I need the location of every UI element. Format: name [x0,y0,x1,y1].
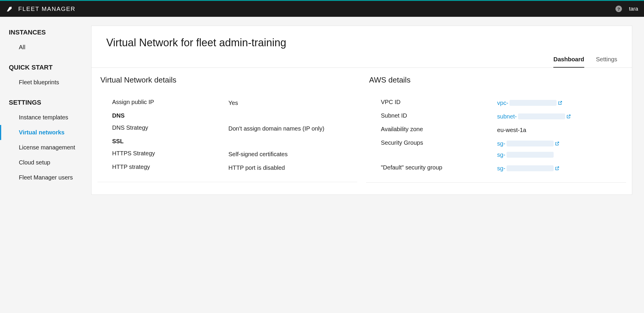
subnet-id-prefix: subnet- [497,112,517,121]
value-http-strategy: HTTP port is disabled [228,164,354,172]
sidebar-item-all[interactable]: All [0,40,91,55]
sg1-prefix: sg- [497,139,505,148]
panel-aws-details: AWS details VPC ID vpc- [366,75,626,183]
tab-settings[interactable]: Settings [596,56,617,67]
label-subnet-id: Subnet ID [381,112,497,119]
label-dns-strategy: DNS Strategy [112,124,228,131]
page-title: Virtual Network for fleet admin-training [106,37,617,49]
sidebar-item-fleet-manager-users[interactable]: Fleet Manager users [0,170,91,185]
external-link-icon [566,114,571,119]
sg2-prefix: sg- [497,151,505,159]
sidebar-item-cloud-setup[interactable]: Cloud setup [0,155,91,170]
sidebar: INSTANCES All QUICK START Fleet blueprin… [0,17,91,312]
topbar-left: FLEET MANAGER [6,5,76,13]
main-content: Virtual Network for fleet admin-training… [91,17,644,312]
link-vpc-id[interactable]: vpc- [497,99,562,107]
top-bar: FLEET MANAGER ? tara [0,0,644,17]
bird-logo-icon [6,5,14,13]
subhead-ssl: SSL [112,138,354,145]
redacted-sg1 [507,141,554,146]
link-default-security-group[interactable]: sg- [497,164,560,172]
external-link-icon [555,141,560,146]
link-security-group-2[interactable]: sg- [497,151,623,159]
redacted-vpc-id [509,100,557,106]
label-availability-zone: Availability zone [381,126,497,133]
default-sg-prefix: sg- [497,164,505,172]
sidebar-item-fleet-blueprints[interactable]: Fleet blueprints [0,75,91,90]
aws-details-title: AWS details [366,75,626,93]
value-assign-public-ip: Yes [228,99,354,107]
redacted-subnet-id [518,113,565,119]
vpc-id-prefix: vpc- [497,99,508,107]
tab-dashboard[interactable]: Dashboard [553,56,584,68]
sidebar-item-license-management[interactable]: License management [0,140,91,155]
value-https-strategy: Self-signed certificates [228,150,354,158]
label-vpc-id: VPC ID [381,99,497,106]
link-security-group-1[interactable]: sg- [497,139,623,148]
external-link-icon [555,166,560,171]
sidebar-heading-instances: INSTANCES [0,29,91,40]
label-default-security-group: "Default" security group [381,164,497,171]
username[interactable]: tara [629,6,638,12]
subhead-dns: DNS [112,112,354,119]
sidebar-heading-quickstart: QUICK START [0,64,91,75]
label-security-groups: Security Groups [381,139,497,146]
sidebar-item-instance-templates[interactable]: Instance templates [0,110,91,125]
sidebar-heading-settings: SETTINGS [0,99,91,110]
label-https-strategy: HTTPS Strategy [112,150,228,157]
redacted-sg2 [507,152,554,158]
sidebar-item-virtual-networks[interactable]: Virtual networks [0,125,91,140]
topbar-right: ? tara [615,6,638,12]
external-link-icon [558,101,562,105]
label-http-strategy: HTTP strategy [112,164,228,170]
content-card: Virtual Network for fleet admin-training… [91,26,632,195]
label-assign-public-ip: Assign public IP [112,99,228,106]
help-icon[interactable]: ? [615,6,622,12]
app-title: FLEET MANAGER [18,6,76,12]
tabs: Dashboard Settings [92,49,632,68]
panel-vn-details: Virtual Network details Assign public IP… [97,75,357,183]
redacted-default-sg [507,165,554,171]
link-subnet-id[interactable]: subnet- [497,112,571,121]
value-availability-zone: eu-west-1a [497,126,623,134]
vn-details-title: Virtual Network details [97,75,357,93]
value-dns-strategy: Don't assign domain names (IP only) [228,124,354,133]
